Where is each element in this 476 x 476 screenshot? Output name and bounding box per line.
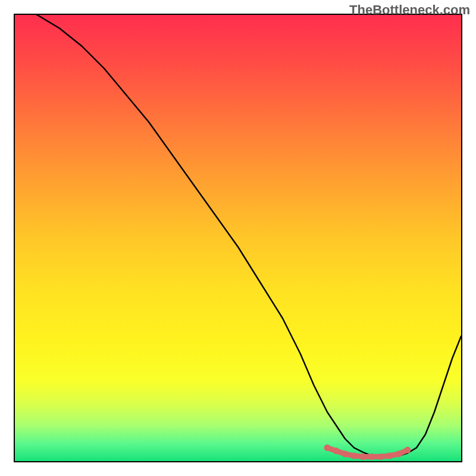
watermark-text: TheBottleneck.com (349, 2, 470, 18)
highlight-dot (378, 453, 384, 460)
plot-area (14, 14, 462, 462)
optimal-region-highlight-path (327, 448, 408, 457)
highlight-dot (369, 453, 375, 460)
chart-svg (15, 15, 461, 461)
highlight-dot (387, 453, 393, 459)
highlight-dot (333, 447, 340, 454)
highlight-dot (360, 453, 367, 460)
highlight-dot (405, 447, 411, 453)
highlight-dot (324, 444, 331, 451)
highlight-dot (342, 451, 349, 458)
highlight-dot (351, 453, 358, 459)
bottleneck-curve-path (15, 15, 461, 457)
highlight-dot (396, 451, 402, 458)
